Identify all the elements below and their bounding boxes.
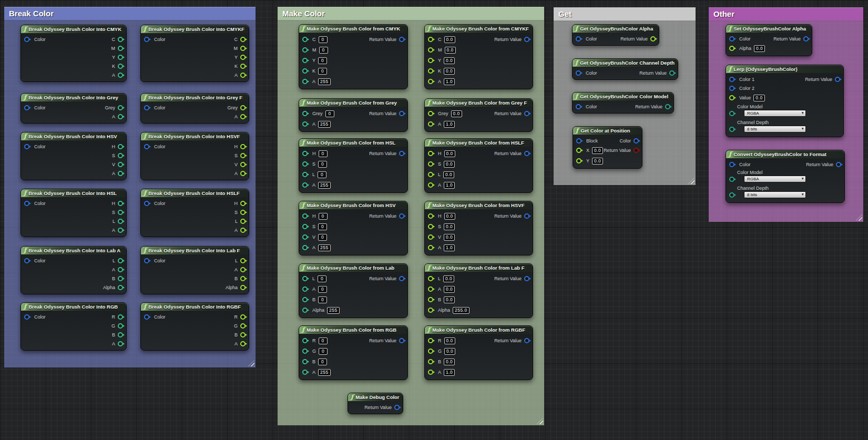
in-pin-s[interactable]: [428, 224, 433, 229]
node-header[interactable]: ƒBreak Odyssey Brush Color Into HSV: [21, 132, 126, 140]
value-input[interactable]: 1.0: [444, 121, 455, 128]
node-break-odyssey-brush-color-into-lab-f[interactable]: ƒBreak Odyssey Brush Color Into Lab FCol…: [140, 246, 249, 294]
node-break-odyssey-brush-color-into-grey-f[interactable]: ƒBreak Odyssey Brush Color Into Grey FCo…: [140, 93, 249, 124]
in-pin-color[interactable]: [144, 314, 149, 320]
node-header[interactable]: ƒMake Odyssey Brush Color from CMYKF: [425, 25, 533, 33]
in-pin-x[interactable]: [576, 148, 581, 153]
value-input[interactable]: 0: [318, 234, 327, 241]
in-pin-alpha[interactable]: [428, 308, 433, 313]
out-pin-a[interactable]: [240, 228, 246, 233]
out-pin-return-value[interactable]: [665, 104, 670, 109]
value-input[interactable]: 0: [319, 213, 328, 220]
out-pin-a[interactable]: [118, 228, 123, 233]
node-get-odysseybrushcolor-color-model[interactable]: ƒGet OdysseyBrushColor Color ModelColorR…: [572, 92, 674, 114]
out-pin-return-value[interactable]: [634, 148, 639, 153]
node-make-odyssey-brush-color-from-grey[interactable]: ƒMake Odyssey Brush Color from GreyGrey0…: [299, 98, 408, 132]
in-pin-h[interactable]: [428, 151, 433, 156]
in-pin-channel-depth[interactable]: [729, 192, 734, 198]
node-make-odyssey-brush-color-from-hslf[interactable]: ƒMake Odyssey Brush Color from HSLFH0.0R…: [424, 138, 533, 193]
node-break-odyssey-brush-color-into-rgbf[interactable]: ƒBreak Odyssey Brush Color Into RGBFColo…: [140, 302, 249, 351]
in-pin-g[interactable]: [428, 349, 433, 354]
node-get-odysseybrushcolor-alpha[interactable]: ƒGet OdysseyBrushColor AlphaColorReturn …: [572, 24, 659, 46]
out-pin-color[interactable]: [634, 138, 639, 144]
in-pin-grey[interactable]: [428, 111, 433, 116]
out-pin-return-value[interactable]: [524, 338, 529, 343]
node-header[interactable]: ƒGet OdysseyBrushColor Color Model: [573, 93, 673, 100]
node-header[interactable]: ƒMake Odyssey Brush Color from HSV: [299, 201, 407, 209]
value-input[interactable]: 0: [319, 348, 328, 355]
in-pin-v[interactable]: [428, 234, 433, 240]
value-input[interactable]: 0: [318, 359, 327, 365]
node-header[interactable]: ƒBreak Odyssey Brush Color Into RGBF: [141, 303, 249, 311]
node-header[interactable]: ƒBreak Odyssey Brush Color Into Grey F: [141, 94, 249, 101]
node-header[interactable]: ƒMake Odyssey Brush Color from RGBF: [425, 326, 533, 334]
out-pin-return-value[interactable]: [394, 405, 400, 410]
node-break-odyssey-brush-color-into-hsl[interactable]: ƒBreak Odyssey Brush Color Into HSLColor…: [21, 189, 127, 237]
out-pin-alpha[interactable]: [240, 285, 246, 290]
value-input[interactable]: 0.0: [592, 158, 603, 165]
value-input[interactable]: 1.0: [444, 182, 455, 189]
value-input[interactable]: 255: [318, 244, 331, 251]
comment-title-bar[interactable]: Break Color: [4, 7, 256, 20]
node-header[interactable]: ƒSet OdysseyBrushColor Alpha: [726, 25, 812, 33]
out-pin-return-value[interactable]: [524, 213, 529, 219]
value-input[interactable]: 0: [318, 68, 327, 75]
in-pin-color[interactable]: [729, 36, 734, 42]
in-pin-b[interactable]: [302, 359, 308, 364]
value-input[interactable]: 0: [318, 296, 327, 303]
out-pin-l[interactable]: [118, 258, 123, 263]
node-make-odyssey-brush-color-from-rgb[interactable]: ƒMake Odyssey Brush Color from RGBR0Retu…: [299, 325, 408, 380]
in-pin-h[interactable]: [302, 151, 308, 156]
out-pin-return-value[interactable]: [399, 37, 404, 42]
value-input[interactable]: 255: [318, 121, 331, 128]
in-pin-a[interactable]: [302, 121, 308, 127]
value-input[interactable]: 0.0: [451, 110, 462, 117]
value-input[interactable]: 0.0: [754, 45, 765, 52]
value-input[interactable]: 0.0: [444, 68, 455, 75]
node-get-odysseybrushcolor-channel-depth[interactable]: ƒGet OdysseyBrushColor Channel DepthColo…: [572, 58, 678, 80]
in-pin-block[interactable]: [576, 138, 581, 144]
node-header[interactable]: ƒBreak Odyssey Brush Color Into HSVF: [141, 132, 249, 140]
node-header[interactable]: ƒBreak Odyssey Brush Color Into CMYK: [21, 25, 126, 33]
node-header[interactable]: ƒBreak Odyssey Brush Color Into Lab A: [21, 247, 126, 254]
in-pin-y[interactable]: [576, 158, 581, 163]
node-get-color-at-position[interactable]: ƒGet Color at PositionBlockColorX0.0Retu…: [573, 126, 642, 169]
node-break-odyssey-brush-color-into-rgb[interactable]: ƒBreak Odyssey Brush Color Into RGBColor…: [21, 302, 127, 351]
out-pin-b[interactable]: [118, 276, 123, 281]
out-pin-a[interactable]: [240, 341, 246, 346]
in-pin-color[interactable]: [24, 258, 29, 263]
out-pin-c[interactable]: [240, 37, 246, 42]
node-header[interactable]: ƒBreak Odyssey Brush Color Into CMYKF: [141, 25, 249, 33]
out-pin-return-value[interactable]: [399, 338, 404, 343]
out-pin-grey[interactable]: [240, 105, 246, 110]
value-input[interactable]: 255.0: [453, 307, 469, 314]
in-pin-color[interactable]: [729, 162, 734, 167]
value-input[interactable]: 0: [319, 337, 328, 344]
in-pin-a[interactable]: [428, 121, 433, 127]
out-pin-c[interactable]: [118, 37, 123, 42]
node-header[interactable]: ƒGet Color at Position: [573, 127, 642, 135]
out-pin-y[interactable]: [240, 55, 246, 60]
out-pin-h[interactable]: [240, 144, 246, 149]
dropdown-color-model[interactable]: RGBA▼: [744, 110, 806, 117]
value-input[interactable]: 0.0: [444, 150, 455, 157]
value-input[interactable]: 0: [319, 36, 328, 43]
node-break-odyssey-brush-color-into-grey[interactable]: ƒBreak Odyssey Brush Color Into GreyColo…: [21, 93, 127, 124]
value-input[interactable]: 0.0: [444, 223, 455, 230]
node-header[interactable]: ƒConvert OdysseyBrushColor to Format: [726, 150, 844, 158]
in-pin-a[interactable]: [428, 370, 433, 375]
value-input[interactable]: 0: [318, 171, 326, 178]
out-pin-a[interactable]: [118, 341, 123, 346]
node-set-odysseybrushcolor-alpha[interactable]: ƒSet OdysseyBrushColor AlphaColorReturn …: [726, 24, 812, 56]
in-pin-v[interactable]: [302, 234, 308, 240]
node-make-odyssey-brush-color-from-hsl[interactable]: ƒMake Odyssey Brush Color from HSLH0Retu…: [299, 138, 408, 193]
node-header[interactable]: ƒBreak Odyssey Brush Color Into HSLF: [141, 189, 249, 197]
in-pin-b[interactable]: [428, 359, 433, 364]
node-header[interactable]: ƒBreak Odyssey Brush Color Into HSL: [21, 189, 126, 197]
in-pin-a[interactable]: [302, 79, 308, 84]
value-input[interactable]: 0.0: [444, 359, 455, 365]
in-pin-color[interactable]: [144, 201, 149, 206]
node-header[interactable]: ƒMake Debug Color: [348, 393, 403, 401]
node-break-odyssey-brush-color-into-hslf[interactable]: ƒBreak Odyssey Brush Color Into HSLFColo…: [140, 189, 249, 237]
in-pin-a[interactable]: [302, 182, 308, 188]
